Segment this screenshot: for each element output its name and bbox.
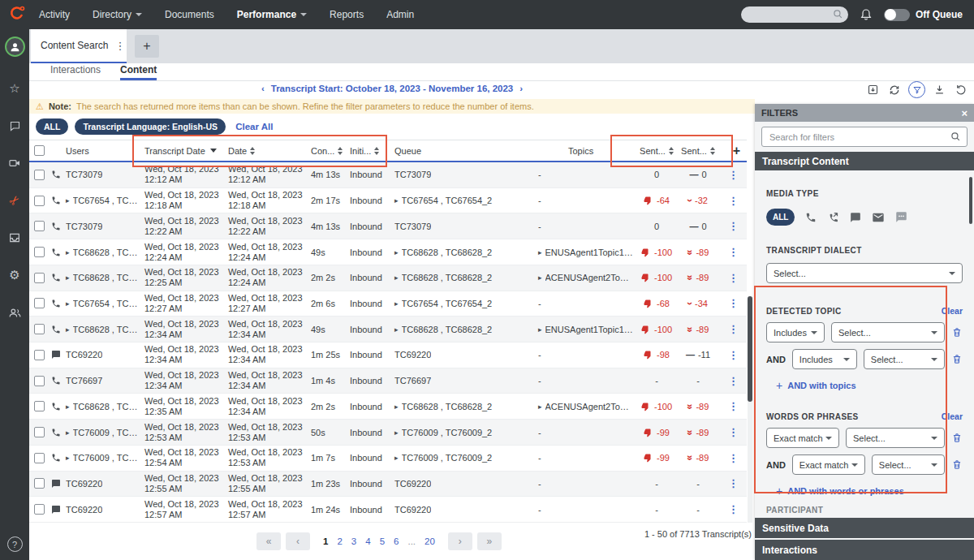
col-transcript-date[interactable]: Transcript Date xyxy=(142,146,226,156)
topic-value-select[interactable]: Select... xyxy=(831,322,945,342)
col-topics[interactable]: Topics xyxy=(536,146,633,156)
call-icon[interactable] xyxy=(805,212,817,223)
clear-all-link[interactable]: Clear All xyxy=(235,122,273,131)
topic-operator-select-2[interactable]: Includes xyxy=(792,349,857,369)
dialect-select[interactable]: Select... xyxy=(766,263,963,283)
expand-caret-icon[interactable]: ▸ xyxy=(538,248,542,256)
email-icon[interactable] xyxy=(872,211,885,224)
range-prev-icon[interactable]: ‹ xyxy=(255,84,271,93)
expand-caret-icon[interactable]: ▸ xyxy=(66,325,70,334)
row-menu-kebab-icon[interactable]: ⋮ xyxy=(728,452,739,464)
row-menu-kebab-icon[interactable]: ⋮ xyxy=(728,272,739,284)
row-menu-kebab-icon[interactable]: ⋮ xyxy=(728,400,739,412)
inbox-tray-icon[interactable] xyxy=(0,219,29,256)
page-next-button[interactable]: › xyxy=(448,532,472,550)
add-column-button[interactable]: + xyxy=(733,144,740,158)
expand-caret-icon[interactable]: ▸ xyxy=(66,248,70,256)
add-tab-button[interactable]: + xyxy=(135,35,159,58)
queue-status-toggle[interactable] xyxy=(884,9,910,21)
range-next-icon[interactable]: › xyxy=(513,84,529,93)
and-with-words-link[interactable]: +AND with words or phrases xyxy=(776,485,963,498)
nav-reports[interactable]: Reports xyxy=(330,9,364,20)
help-icon[interactable]: ? xyxy=(7,536,23,552)
row-checkbox[interactable] xyxy=(34,504,45,515)
tab-interactions[interactable]: Interactions xyxy=(50,64,101,80)
expand-caret-icon[interactable]: ▸ xyxy=(66,196,70,205)
row-checkbox[interactable] xyxy=(34,376,45,386)
genesys-logo[interactable] xyxy=(8,5,28,24)
chip-language[interactable]: Transcript Language: English-US xyxy=(75,118,226,135)
table-row[interactable]: ▸TC68628 , TC68628_2 Wed, Oct 18, 202312… xyxy=(29,317,747,342)
row-checkbox[interactable] xyxy=(34,247,45,257)
page-first-button[interactable]: « xyxy=(256,532,281,550)
chat-icon[interactable] xyxy=(850,212,861,223)
row-menu-kebab-icon[interactable]: ⋮ xyxy=(728,375,739,387)
tab-content[interactable]: Content xyxy=(120,64,157,80)
media-all-button[interactable]: ALL xyxy=(766,209,795,226)
section-transcript-content[interactable]: Transcript Content xyxy=(755,152,974,170)
panel-scrollbar-thumb[interactable] xyxy=(969,177,972,224)
expand-caret-icon[interactable]: ▸ xyxy=(66,274,70,282)
section-interactions[interactable]: Interactions xyxy=(755,540,974,560)
table-row[interactable]: ▸TC76009 , TC76009_2 Wed, Oct 18, 202312… xyxy=(29,420,747,446)
expand-caret-icon[interactable]: ▸ xyxy=(394,429,399,437)
page-link[interactable]: 2 xyxy=(337,536,342,546)
topic-operator-select[interactable]: Includes xyxy=(766,322,825,342)
nav-activity[interactable]: Activity xyxy=(39,9,70,20)
row-menu-kebab-icon[interactable]: ⋮ xyxy=(728,297,739,309)
row-menu-kebab-icon[interactable]: ⋮ xyxy=(728,503,739,515)
undo-icon[interactable] xyxy=(954,83,968,97)
table-row[interactable]: ▸TC76009 , TC76009_2 Wed, Oct 18, 202312… xyxy=(29,446,747,472)
row-menu-kebab-icon[interactable]: ⋮ xyxy=(728,246,739,258)
page-last-button[interactable]: » xyxy=(477,532,502,550)
expand-caret-icon[interactable]: ▸ xyxy=(394,403,399,411)
select-all-checkbox[interactable] xyxy=(34,145,45,156)
words-value-select-2[interactable]: Select... xyxy=(872,454,945,475)
tab-menu-kebab-icon[interactable]: ⋮ xyxy=(114,40,125,52)
expand-caret-icon[interactable]: ▸ xyxy=(66,403,70,411)
row-menu-kebab-icon[interactable]: ⋮ xyxy=(728,195,739,207)
sms-icon[interactable] xyxy=(895,211,907,223)
refresh-icon[interactable] xyxy=(887,83,901,97)
filters-funnel-icon[interactable] xyxy=(908,81,925,98)
nav-documents[interactable]: Documents xyxy=(165,9,214,20)
row-menu-kebab-icon[interactable]: ⋮ xyxy=(728,220,739,232)
words-operator-select[interactable]: Exact match xyxy=(766,428,839,448)
trash-icon[interactable] xyxy=(951,326,963,338)
expand-caret-icon[interactable]: ▸ xyxy=(538,274,542,282)
table-row[interactable]: ▸TC68628 , TC68628_2 Wed, Oct 18, 202312… xyxy=(29,265,747,291)
chip-all[interactable]: ALL xyxy=(36,118,68,135)
page-prev-button[interactable]: ‹ xyxy=(286,532,310,550)
expand-caret-icon[interactable]: ▸ xyxy=(66,299,70,308)
messages-bubble-icon[interactable] xyxy=(0,107,29,144)
words-value-select[interactable]: Select... xyxy=(846,428,945,448)
expand-caret-icon[interactable]: ▸ xyxy=(538,325,542,334)
table-row[interactable]: ▸TC67654 , TC67654_2 Wed, Oct 18, 202312… xyxy=(29,291,747,317)
and-with-topics-link[interactable]: +AND with topics xyxy=(776,379,963,392)
page-link[interactable]: 4 xyxy=(365,536,370,546)
row-checkbox[interactable] xyxy=(34,298,45,308)
row-menu-kebab-icon[interactable]: ⋮ xyxy=(728,477,739,489)
page-link[interactable]: 1 xyxy=(323,536,328,546)
col-initial[interactable]: Initi... xyxy=(347,146,392,156)
row-checkbox[interactable] xyxy=(34,170,45,180)
row-checkbox[interactable] xyxy=(34,427,45,437)
topic-clear-link[interactable]: Clear xyxy=(942,306,963,316)
row-menu-kebab-icon[interactable]: ⋮ xyxy=(728,169,739,181)
row-checkbox[interactable] xyxy=(34,273,45,283)
row-checkbox[interactable] xyxy=(34,350,45,360)
export-icon[interactable] xyxy=(866,83,880,97)
row-checkbox[interactable] xyxy=(34,401,45,411)
row-checkbox[interactable] xyxy=(34,324,45,334)
row-menu-kebab-icon[interactable]: ⋮ xyxy=(728,323,739,335)
close-icon[interactable]: × xyxy=(961,108,968,118)
page-link[interactable]: 20 xyxy=(425,536,435,546)
table-row[interactable]: ▸TC68628 , TC68628_2 Wed, Oct 18, 202312… xyxy=(29,394,747,420)
row-menu-kebab-icon[interactable]: ⋮ xyxy=(728,426,739,438)
scrollbar-thumb[interactable] xyxy=(748,296,752,402)
row-menu-kebab-icon[interactable]: ⋮ xyxy=(728,349,739,361)
table-row[interactable]: ▸TC67654 , TC67654_2 Wed, Oct 18, 202312… xyxy=(29,188,747,214)
video-camera-icon[interactable] xyxy=(0,144,29,182)
expand-caret-icon[interactable]: ▸ xyxy=(394,274,399,282)
nav-directory[interactable]: Directory xyxy=(93,9,142,20)
